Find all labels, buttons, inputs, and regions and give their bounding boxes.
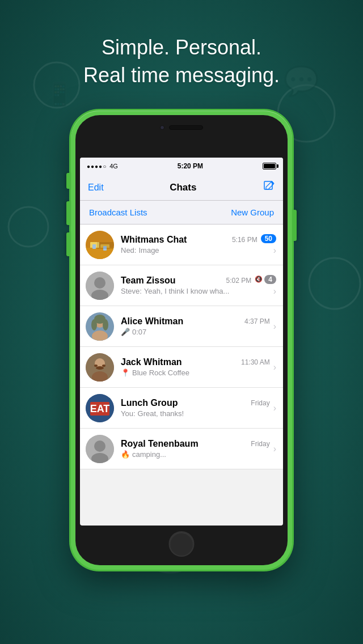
chat-meta-jack: › xyxy=(273,362,276,372)
chat-meta-alice: › xyxy=(273,321,276,332)
phone-shell: ●●●●○ 4G 5:20 PM Edit Chats xyxy=(71,111,292,570)
svg-point-2 xyxy=(9,207,48,247)
volume-up-button xyxy=(66,201,71,225)
chat-name-alice: Alice Whitman xyxy=(121,316,183,327)
mic-icon-alice: 🎤 xyxy=(121,328,130,336)
chat-preview-alice: 0:07 xyxy=(132,328,146,336)
svg-text:EAT: EAT xyxy=(90,403,110,414)
camera-dot xyxy=(160,125,164,130)
network-type: 4G xyxy=(109,163,118,170)
edit-button[interactable]: Edit xyxy=(88,183,104,193)
chat-name-lunch: Lunch Group xyxy=(121,398,178,408)
status-bar: ●●●●○ 4G 5:20 PM xyxy=(80,158,283,175)
tagline-line1: Simple. Personal. xyxy=(0,34,363,62)
avatar-zissou xyxy=(86,272,114,300)
tagline-line2: Real time messaging. xyxy=(0,62,363,90)
avatar-lunch: EAT xyxy=(86,394,114,422)
chat-name-jack: Jack Whitman xyxy=(121,357,182,367)
chat-content-zissou: Team Zissou 5:02 PM Steve: Yeah, I think… xyxy=(121,276,251,295)
svg-point-31 xyxy=(102,365,105,367)
chat-item-zissou[interactable]: Team Zissou 5:02 PM Steve: Yeah, I think… xyxy=(80,265,283,306)
svg-point-36 xyxy=(94,440,105,452)
chat-time-alice: 4:37 PM xyxy=(244,317,270,325)
chat-content-jack: Jack Whitman 11:30 AM 📍 Blue Rock Coffee xyxy=(121,357,270,377)
action-bar: Broadcast Lists New Group xyxy=(80,201,283,224)
chat-content-whitmans: Whitmans Chat 5:16 PM Ned: Image xyxy=(121,235,258,255)
svg-rect-14 xyxy=(92,244,96,249)
chat-preview-whitmans: Image xyxy=(138,246,159,255)
chat-time-whitmans: 5:16 PM xyxy=(232,236,258,244)
svg-point-29 xyxy=(96,366,104,370)
compose-icon xyxy=(263,180,275,192)
power-button xyxy=(292,210,297,241)
chat-item-jack[interactable]: Jack Whitman 11:30 AM 📍 Blue Rock Coffee… xyxy=(80,347,283,388)
chat-time-zissou: 5:02 PM xyxy=(226,277,252,285)
location-icon-jack: 📍 xyxy=(121,368,130,377)
chat-time-royal: Friday xyxy=(251,440,269,448)
chevron-alice: › xyxy=(273,321,276,332)
chat-meta-lunch: › xyxy=(273,403,276,413)
chat-content-lunch: Lunch Group Friday You: Great, thanks! xyxy=(121,398,270,418)
svg-point-3 xyxy=(309,258,360,309)
home-button[interactable] xyxy=(169,531,195,557)
chat-sender-zissou: Steve: xyxy=(121,287,142,295)
chat-sender-whitmans: Ned: xyxy=(121,246,136,255)
chat-content-royal: Royal Tenenbaum Friday 🔥 camping... xyxy=(121,439,270,459)
svg-point-25 xyxy=(103,319,108,331)
chat-meta-whitmans: 50 › xyxy=(261,234,276,256)
svg-rect-16 xyxy=(97,242,114,249)
battery-fill xyxy=(264,164,275,168)
avatar-royal xyxy=(86,435,114,463)
mute-icon-zissou: 🔇 xyxy=(255,276,263,283)
signal-indicator: ●●●●○ 4G xyxy=(87,163,118,170)
battery-icon xyxy=(263,163,276,170)
chat-meta-zissou: 🔇 4 › xyxy=(255,275,276,296)
new-group-button[interactable]: New Group xyxy=(231,207,274,217)
chat-name-royal: Royal Tenenbaum xyxy=(121,439,199,449)
chat-preview-royal: camping... xyxy=(132,450,166,459)
chat-list: Whitmans Chat 5:16 PM Ned: Image 50 › xyxy=(80,224,283,526)
nav-title: Chats xyxy=(170,182,196,193)
chat-time-lunch: Friday xyxy=(251,399,269,407)
chevron-lunch: › xyxy=(273,403,276,413)
chat-time-jack: 11:30 AM xyxy=(241,358,270,366)
battery-indicator xyxy=(263,163,276,170)
avatar-whitmans xyxy=(86,231,114,259)
chat-preview-jack: Blue Rock Coffee xyxy=(132,368,189,377)
chat-item-alice[interactable]: Alice Whitman 4:37 PM 🎤 0:07 › xyxy=(80,306,283,347)
avatar-jack xyxy=(86,353,114,382)
broadcast-lists-button[interactable]: Broadcast Lists xyxy=(89,207,147,217)
svg-point-24 xyxy=(91,319,97,331)
chat-name-zissou: Team Zissou xyxy=(121,276,176,286)
chat-item-lunch[interactable]: EAT Lunch Group Friday You: Great, thank… xyxy=(80,388,283,429)
badge-whitmans: 50 xyxy=(261,234,276,243)
compose-button[interactable] xyxy=(263,180,275,195)
status-time: 5:20 PM xyxy=(178,162,203,170)
chat-preview-lunch: Great, thanks! xyxy=(138,409,184,418)
svg-rect-7 xyxy=(264,181,272,189)
chevron-jack: › xyxy=(273,362,276,372)
chat-name-whitmans: Whitmans Chat xyxy=(121,235,187,245)
chat-sender-lunch: You: xyxy=(121,409,136,418)
svg-rect-13 xyxy=(86,248,114,259)
tagline: Simple. Personal. Real time messaging. xyxy=(0,34,363,89)
navigation-bar: Edit Chats xyxy=(80,175,283,201)
chat-item-whitmans[interactable]: Whitmans Chat 5:16 PM Ned: Image 50 › xyxy=(80,224,283,265)
chevron-whitmans: › xyxy=(273,245,276,256)
chevron-zissou: › xyxy=(273,286,276,296)
badge-zissou: 4 xyxy=(264,275,276,284)
svg-point-30 xyxy=(94,365,98,367)
chat-meta-royal: › xyxy=(273,444,276,454)
volume-down-button xyxy=(66,232,71,256)
screen: ●●●●○ 4G 5:20 PM Edit Chats xyxy=(80,158,283,526)
camera-area xyxy=(160,125,203,130)
chevron-royal: › xyxy=(273,444,276,454)
speaker-grille xyxy=(169,125,203,130)
chat-item-royal[interactable]: Royal Tenenbaum Friday 🔥 camping... › xyxy=(80,429,283,469)
chat-content-alice: Alice Whitman 4:37 PM 🎤 0:07 xyxy=(121,316,270,336)
chat-preview-zissou: Yeah, I think I know wha... xyxy=(144,287,230,295)
fire-icon-royal: 🔥 xyxy=(121,450,130,459)
svg-point-18 xyxy=(94,277,105,289)
signal-dots: ●●●●○ xyxy=(87,163,107,170)
silent-button xyxy=(66,173,71,189)
